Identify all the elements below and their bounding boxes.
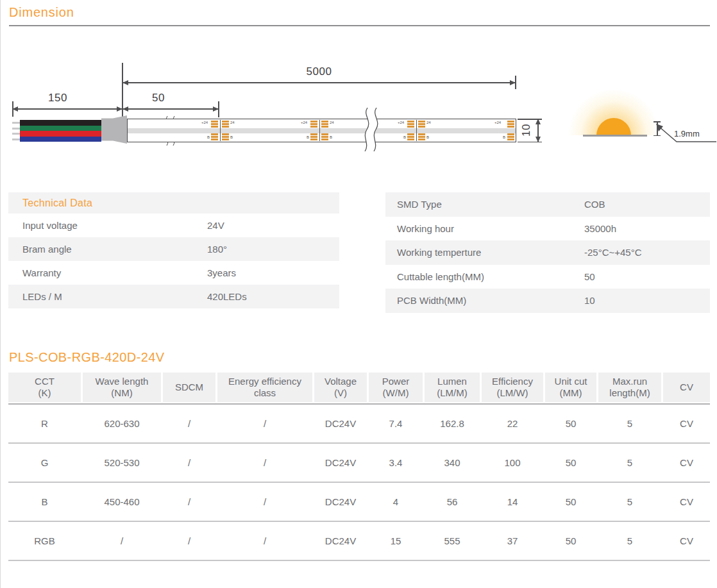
pad-bars <box>310 121 317 128</box>
strip-connector <box>101 115 127 144</box>
wire-black <box>20 120 101 126</box>
technical-data-title: Technical Data <box>8 192 339 214</box>
row-value: 24V <box>207 220 224 231</box>
table-row: PCB Width(MM) 10 <box>385 289 710 313</box>
led-strip: +24 24 B B +24 24 B B <box>127 119 516 142</box>
spec-cell: 450-460 <box>83 483 161 521</box>
row-label: Working temperture <box>397 247 584 258</box>
spec-cell: / <box>163 444 215 482</box>
additional-data-table: SMD Type COB Working hour 35000h Working… <box>385 192 710 313</box>
spec-cell: 50 <box>545 444 596 482</box>
spec-cell: / <box>217 444 312 482</box>
spec-cell: 50 <box>545 483 596 521</box>
spec-cell: 620-630 <box>83 405 161 442</box>
spec-cell: 37 <box>482 522 543 560</box>
spec-cell: 5 <box>598 522 661 560</box>
pad-label: B <box>403 135 406 139</box>
row-label: Bram angle <box>22 244 207 255</box>
spec-cell: 50 <box>545 405 596 442</box>
row-value: 3years <box>207 267 236 278</box>
extension-line <box>218 101 219 117</box>
spec-cell: DC24V <box>314 483 367 521</box>
spec-row-rgb: RGB / / / DC24V 15 555 37 50 5 CV <box>8 522 710 561</box>
dim-10-arrow-up <box>536 119 541 124</box>
spec-cell: CV <box>663 444 710 482</box>
spec-cell: 56 <box>425 483 480 521</box>
pad-label: 24 <box>330 121 334 124</box>
pad-label: +24 <box>201 121 208 124</box>
row-label: PCB Width(MM) <box>397 295 584 306</box>
pad-label: 24 <box>426 121 431 124</box>
row-label: Input voltage <box>22 220 207 231</box>
table-row: Working temperture -25°C~+45°C <box>385 240 710 265</box>
pad-label: B <box>207 135 210 139</box>
pad-bars <box>211 121 218 128</box>
extension-line <box>12 101 13 117</box>
table-row: Cuttable length(MM) 50 <box>385 265 710 289</box>
pad-label: B <box>503 135 505 139</box>
pad-label: +24 <box>398 121 404 124</box>
spec-cell: / <box>217 483 312 521</box>
spec-cell: CV <box>663 483 710 521</box>
wire-green <box>20 126 101 131</box>
title-underline <box>9 25 710 26</box>
pad-bars <box>507 133 514 141</box>
lead-wire-cable <box>20 120 101 142</box>
pad-cut-line <box>220 120 221 141</box>
dim-50-label: 50 <box>122 92 194 105</box>
spec-cell: 100 <box>482 444 543 482</box>
spec-cell: 340 <box>425 444 480 482</box>
spec-header-cell: Unit cut(MM) <box>545 373 596 402</box>
dim-10-arrow-down <box>536 137 541 142</box>
spec-cell: RGB <box>8 522 81 560</box>
spec-cell: DC24V <box>314 405 367 442</box>
row-value: 50 <box>584 271 595 282</box>
extension-line <box>122 63 123 117</box>
spec-header-cell: Power(W/M) <box>369 373 423 402</box>
pad-bars <box>321 133 328 141</box>
spec-cell: / <box>83 522 161 560</box>
spec-cell: 22 <box>482 405 543 442</box>
spec-sheet-page: Dimension 5000 150 50 <box>0 0 717 588</box>
spec-header-cell: Energy efficiencyclass <box>217 373 312 402</box>
dim-50-line <box>122 108 219 110</box>
product-model-title: PLS-COB-RGB-420D-24V <box>9 350 165 365</box>
table-row: LEDs / M 420LEDs <box>8 285 339 308</box>
spec-cell: 3.4 <box>369 444 423 482</box>
row-value: COB <box>584 199 605 210</box>
pad-bars <box>222 121 229 128</box>
table-row: Working hour 35000h <box>385 217 710 241</box>
dim-150-line <box>12 108 122 110</box>
row-label: Working hour <box>397 223 584 234</box>
spec-cell: 14 <box>482 483 543 521</box>
spec-cell: 5 <box>598 483 661 521</box>
spec-cell: 7.4 <box>369 405 423 442</box>
pad-cut-line <box>319 120 320 141</box>
spec-cell: 15 <box>369 522 423 560</box>
spec-header-cell: Lumen(LM/M) <box>425 373 480 402</box>
spec-table-body: R 620-630 / / DC24V 7.4 162.8 22 50 5 CV… <box>8 403 710 561</box>
pcb-base-line <box>583 135 647 137</box>
spec-header-cell: CV <box>663 373 710 402</box>
pad-label: B <box>307 135 309 139</box>
spec-cell: / <box>163 405 215 442</box>
row-label: Warranty <box>22 267 207 278</box>
spec-cell: CV <box>663 522 710 560</box>
spec-cell: CV <box>663 405 710 442</box>
spec-cell: 4 <box>369 483 423 521</box>
pad-bars <box>407 121 414 128</box>
spec-row-g: G 520-530 / / DC24V 3.4 340 100 50 5 CV <box>8 444 710 483</box>
table-row: SMD Type COB <box>385 192 710 217</box>
dim-10-label: 10 <box>517 121 536 140</box>
spec-header-cell: SDCM <box>163 373 215 402</box>
spec-cell: / <box>217 405 312 442</box>
pad-bars <box>211 133 218 141</box>
row-value: 10 <box>584 295 595 306</box>
row-value: -25°C~+45°C <box>584 247 642 258</box>
row-label: LEDs / M <box>22 291 207 302</box>
pad-label: +24 <box>301 121 307 124</box>
spec-cell: / <box>217 522 312 560</box>
wire-blue <box>20 137 101 142</box>
spec-row-r: R 620-630 / / DC24V 7.4 162.8 22 50 5 CV <box>8 405 710 444</box>
spec-header-row: CCT(K) Wave length(NM) SDCM Energy effic… <box>8 373 710 402</box>
